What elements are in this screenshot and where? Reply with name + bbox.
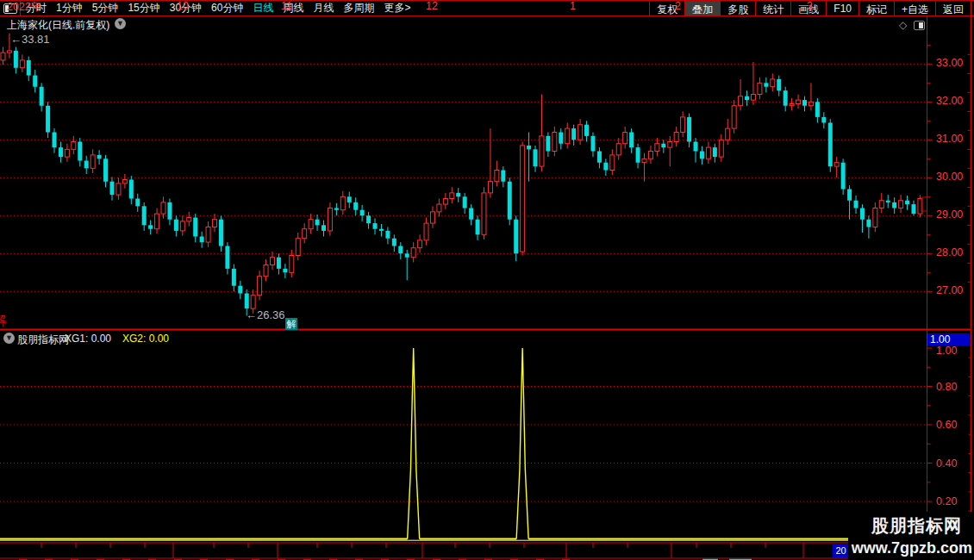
indicator-tick-label: 0.80 — [936, 381, 957, 393]
indicator-value-box: 1.00 — [927, 333, 970, 345]
indicator-tick-label: 1.00 — [936, 345, 957, 357]
indicator-tick-label: 0.40 — [936, 457, 957, 470]
date-tick-label: 2 — [675, 0, 681, 12]
price-tick-label: 29.00 — [936, 208, 963, 221]
high-price-annotation: ←33.81 — [10, 33, 50, 46]
indicator-name: 股朋指标网 — [17, 333, 69, 347]
jie-left-edge-marker: 解 — [0, 313, 6, 329]
price-tick-label: 28.00 — [936, 246, 963, 258]
xg2-value: XG2: 0.00 — [122, 333, 169, 345]
watermark: 股朋指标网 www.7gpzb.com — [848, 512, 974, 560]
indicator-dropdown-icon[interactable]: ▼ — [3, 333, 15, 344]
trading-app-window: { "topbar": { "left_items": [ {"label":"… — [0, 0, 974, 560]
jie-marker-badge: 解 — [285, 318, 297, 330]
price-tick-label: 30.00 — [936, 171, 963, 183]
watermark-site-name: 股朋指标网 — [848, 512, 974, 538]
date-tick-label: 1 — [570, 0, 576, 12]
indicator-tick-label: 0.60 — [936, 419, 957, 431]
date-tick-label: 12 — [426, 0, 438, 12]
low-price-annotation: ←26.36 — [246, 308, 285, 321]
date-tick-label: 11 — [281, 0, 292, 12]
date-tick-label: 2022年 — [7, 0, 41, 15]
price-tick-label: 27.00 — [936, 284, 963, 296]
price-tick-label: 31.00 — [936, 133, 963, 145]
date-end-box: 20 — [833, 544, 849, 557]
price-tick-label: 33.00 — [936, 57, 963, 69]
xg1-value: XG1: 0.00 — [65, 333, 111, 345]
chart-canvas[interactable] — [0, 0, 974, 560]
price-tick-label: 32.00 — [936, 95, 963, 107]
watermark-url: www.7gpzb.com — [848, 538, 974, 557]
date-tick-label: 3 — [807, 0, 813, 12]
date-tick-label: 10 — [177, 0, 189, 12]
indicator-tick-label: 0.20 — [936, 495, 957, 507]
